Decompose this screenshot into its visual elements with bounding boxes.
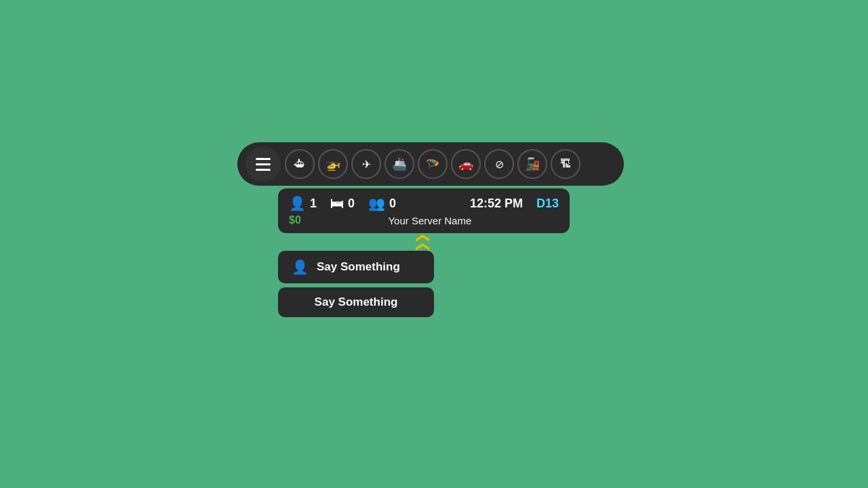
server-name: Your Server Name: [301, 215, 559, 226]
say-something-1-label: Say Something: [317, 260, 400, 274]
ship-icon[interactable]: ⛴: [285, 149, 315, 179]
person-icon: 👤: [292, 259, 309, 275]
chevron-up-icon: ❮❮: [417, 232, 431, 250]
car-icon[interactable]: 🚗: [451, 149, 481, 179]
action-buttons: 👤 Say Something Say Something: [278, 251, 624, 317]
player-icon: 👤: [289, 195, 306, 211]
sleep-count: 0: [348, 197, 355, 211]
sleep-icon: 🛏: [330, 196, 344, 211]
parachute-icon[interactable]: 🪂: [418, 149, 448, 179]
train-icon[interactable]: 🚂: [517, 149, 547, 179]
group-stat: 👥 0: [368, 195, 396, 211]
info-panel: 👤 1 🛏 0 👥 0 12:52 PM D13 $0 Your Server …: [278, 188, 570, 233]
money-display: $0: [289, 214, 301, 226]
menu-button[interactable]: [245, 146, 281, 182]
sleep-stat: 🛏 0: [330, 196, 355, 211]
server-row: $0 Your Server Name: [289, 214, 559, 226]
time-display: 12:52 PM: [470, 197, 523, 211]
crane-icon[interactable]: 🏗: [551, 149, 580, 179]
no-vehicle-icon[interactable]: ⊘: [484, 149, 514, 179]
plane-icon[interactable]: ✈: [351, 149, 381, 179]
day-badge: D13: [536, 197, 559, 211]
group-count: 0: [389, 197, 396, 211]
say-something-button[interactable]: Say Something: [278, 287, 434, 317]
group-icon: 👥: [368, 195, 385, 211]
hamburger-icon: [256, 158, 271, 171]
boat-icon[interactable]: 🚢: [384, 149, 414, 179]
helicopter-icon[interactable]: 🚁: [318, 149, 348, 179]
say-something-player-button[interactable]: 👤 Say Something: [278, 251, 434, 283]
toolbar: ⛴ 🚁 ✈ 🚢 🪂 🚗 ⊘ 🚂 🏗: [237, 142, 624, 186]
say-something-2-label: Say Something: [315, 296, 398, 308]
player-count: 1: [310, 197, 317, 211]
player-stat: 👤 1: [289, 195, 317, 211]
vehicle-icons-group: ⛴ 🚁 ✈ 🚢 🪂 🚗 ⊘ 🚂 🏗: [285, 149, 580, 179]
ui-container: ⛴ 🚁 ✈ 🚢 🪂 🚗 ⊘ 🚂 🏗 👤 1 🛏 0 👥 0: [237, 142, 624, 317]
stats-row: 👤 1 🛏 0 👥 0 12:52 PM D13: [289, 195, 559, 211]
chevron-container: ❮❮: [278, 235, 570, 248]
